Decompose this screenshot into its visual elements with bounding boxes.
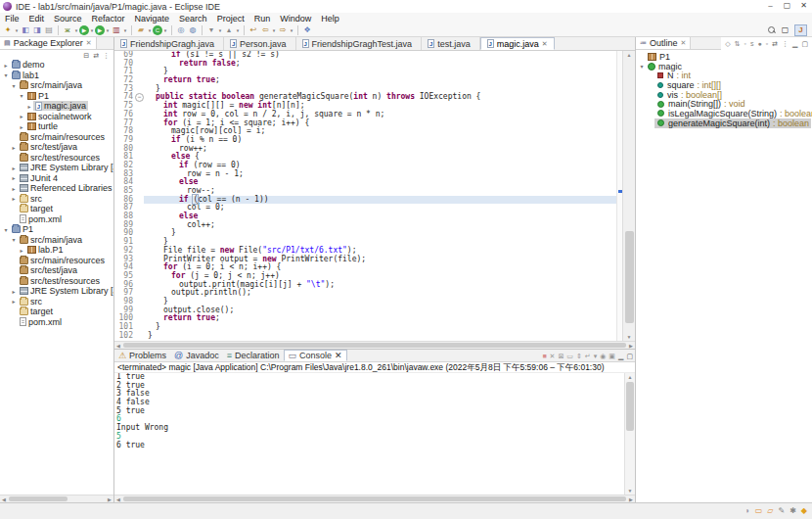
tree-item[interactable]: ▸Referenced Libraries: [0, 183, 113, 194]
tree-item[interactable]: ▸demo: [0, 60, 113, 71]
close-view-icon[interactable]: ✕: [335, 351, 342, 360]
editor-tab[interactable]: Person.java: [224, 37, 296, 50]
tree-item[interactable]: ▸src: [0, 297, 113, 307]
maximize-icon[interactable]: ▢: [801, 40, 808, 47]
tree-item[interactable]: ▸lab.P1: [0, 245, 113, 256]
next-annotation-icon[interactable]: ▾: [205, 24, 217, 36]
declaration-icon[interactable]: ≡: [227, 351, 232, 360]
scroll-left-icon[interactable]: ◀: [0, 495, 8, 502]
scroll-right-icon[interactable]: ▶: [627, 342, 635, 349]
outline-item[interactable]: vis : boolean[]: [636, 90, 812, 100]
collapsed-arrow-icon[interactable]: ▸: [10, 165, 18, 171]
menu-project[interactable]: Project: [212, 14, 249, 24]
editor-tab[interactable]: test.java: [422, 37, 480, 50]
code-editor[interactable]: 6970717273747576777879808182838485868788…: [114, 51, 635, 341]
scroll-down-icon[interactable]: ▼: [625, 487, 635, 495]
maximize-icon[interactable]: ▢: [626, 353, 633, 359]
collapsed-arrow-icon[interactable]: ▸: [18, 113, 25, 119]
scroll-down-icon[interactable]: ▼: [623, 333, 635, 341]
feedback-icon[interactable]: ▭: [755, 507, 763, 515]
collapsed-arrow-icon[interactable]: ▸: [10, 298, 18, 305]
open-perspective-icon[interactable]: ❖: [301, 24, 313, 36]
new-class-dropdown-icon[interactable]: ▾: [162, 27, 168, 33]
expanded-arrow-icon[interactable]: ▾: [2, 226, 10, 233]
javadoc-icon[interactable]: @: [174, 351, 183, 360]
new-wizard-icon[interactable]: ✦: [2, 24, 14, 36]
tree-item[interactable]: src/main/resources: [0, 132, 113, 143]
view-menu-icon[interactable]: ⋮: [103, 52, 110, 59]
code-line[interactable]: }: [144, 229, 616, 238]
tree-item[interactable]: ▸src: [0, 194, 113, 205]
save-all-icon[interactable]: ◨: [31, 24, 43, 36]
code-line[interactable]: return true;: [144, 314, 616, 323]
tree-item[interactable]: ▸JUnit 4: [0, 173, 113, 184]
expanded-arrow-icon[interactable]: ▾: [2, 71, 10, 78]
code-line[interactable]: output.println();: [144, 289, 616, 298]
link-with-editor-icon[interactable]: ⇄: [93, 52, 99, 59]
open-console-icon[interactable]: ▣: [609, 353, 615, 359]
outline-item[interactable]: P1: [636, 52, 812, 62]
hide-non-public-icon[interactable]: ●: [757, 40, 761, 47]
link-with-editor-icon[interactable]: ⇄: [772, 40, 778, 47]
scroll-left-icon[interactable]: ◀: [114, 495, 122, 502]
pin-icon[interactable]: ◉: [600, 353, 606, 359]
outline-item[interactable]: ▾magic: [636, 62, 812, 71]
tree-item[interactable]: src/test/resources: [0, 153, 113, 164]
scroll-up-icon[interactable]: ▲: [623, 51, 635, 59]
hide-local-types-icon[interactable]: ▫: [766, 40, 768, 47]
problems-icon[interactable]: ⚠: [118, 351, 126, 360]
outline-tab[interactable]: ≔ Outline ✕: [636, 37, 691, 49]
tree-item[interactable]: src/test/java: [0, 265, 113, 276]
editor-tab[interactable]: magic.java✕: [480, 37, 555, 50]
prev-annotation-icon[interactable]: ▴: [223, 24, 235, 36]
collapsed-arrow-icon[interactable]: ▸: [10, 288, 18, 295]
tree-item[interactable]: ▸turtle: [0, 121, 113, 132]
tree-item[interactable]: ▸JRE System Library [J2SE-: [0, 286, 113, 297]
tree-item[interactable]: ▸magic.java: [0, 101, 113, 112]
outline-item[interactable]: main(String[]) : void: [636, 99, 812, 109]
remove-launch-icon[interactable]: ✕: [550, 353, 556, 359]
close-button[interactable]: ✕: [795, 0, 812, 13]
menu-source[interactable]: Source: [49, 14, 87, 24]
menu-search[interactable]: Search: [174, 14, 212, 24]
new-class-icon[interactable]: C: [153, 25, 162, 35]
scroll-right-icon[interactable]: ▶: [106, 495, 113, 502]
console-view-tab-console[interactable]: ▭Console✕: [284, 350, 347, 361]
tree-item[interactable]: ▾lab1: [0, 71, 113, 81]
minimize-icon[interactable]: ▁: [792, 40, 797, 47]
collapsed-arrow-icon[interactable]: ▸: [10, 195, 18, 202]
code-line[interactable]: col = 0;: [144, 204, 616, 212]
collapsed-arrow-icon[interactable]: ▸: [18, 247, 25, 254]
collapsed-arrow-icon[interactable]: ▸: [10, 144, 18, 151]
forward-icon[interactable]: ⇨: [277, 24, 289, 36]
outline-item[interactable]: generateMagicSquare(int) : boolean: [636, 118, 812, 128]
tree-item[interactable]: ▾src/main/java: [0, 80, 113, 91]
focus-icon[interactable]: ◇: [725, 40, 730, 47]
coverage-dropdown-icon[interactable]: ▾: [122, 27, 128, 33]
notification-icon[interactable]: ◆: [801, 507, 807, 515]
console-view-tab-declaration[interactable]: ≡Declaration: [223, 350, 284, 361]
console-view-tab-javadoc[interactable]: @Javadoc: [170, 350, 223, 361]
progress-icon[interactable]: ◗: [745, 507, 750, 515]
console-vscrollbar[interactable]: ▲ ▼: [624, 373, 635, 495]
menu-edit[interactable]: Edit: [24, 14, 50, 24]
palette-icon[interactable]: ▱: [767, 507, 773, 515]
new-java-project-icon[interactable]: ▰: [135, 24, 147, 36]
close-view-icon[interactable]: ✕: [86, 39, 92, 47]
menu-navigate[interactable]: Navigate: [130, 14, 175, 24]
word-wrap-icon[interactable]: ↵: [585, 353, 591, 359]
tree-item[interactable]: src/main/resources: [0, 256, 113, 266]
close-tab-icon[interactable]: ✕: [542, 40, 548, 48]
search-flashlight-icon[interactable]: ◍: [187, 24, 199, 36]
editor-tab[interactable]: FriendshipGraghTest.java: [296, 37, 423, 50]
menu-file[interactable]: File: [0, 14, 24, 24]
menu-refactor[interactable]: Refactor: [87, 14, 130, 24]
explorer-hscrollbar[interactable]: ◀ ▶: [0, 495, 113, 502]
print-icon[interactable]: ▤: [43, 24, 55, 36]
close-view-icon[interactable]: ✕: [681, 39, 687, 47]
view-menu-icon[interactable]: ⋮: [782, 40, 789, 47]
tree-item[interactable]: ▸src/test/java: [0, 142, 113, 153]
minimize-icon[interactable]: ▁: [618, 353, 623, 359]
editor-hscrollbar[interactable]: ◀ ▶: [114, 341, 635, 349]
clear-icon[interactable]: ▭: [566, 353, 573, 359]
